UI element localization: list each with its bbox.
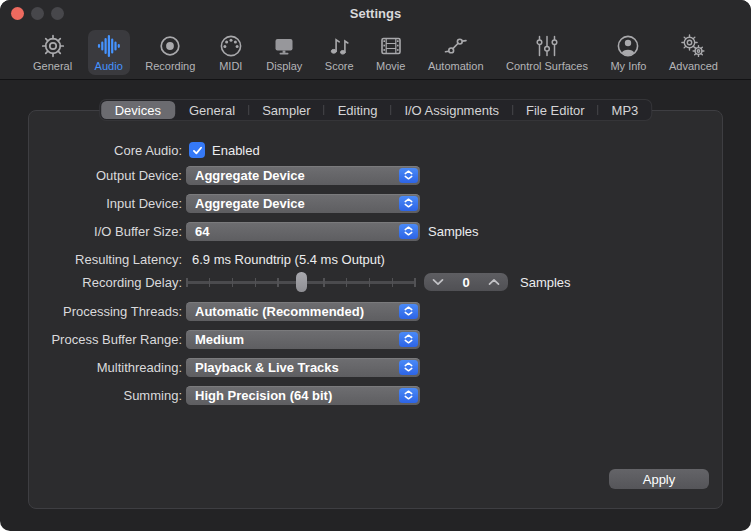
toolbar-item-label: Audio <box>95 60 123 72</box>
toolbar-item-audio[interactable]: Audio <box>88 30 130 75</box>
settings-window: Settings General Audio Record <box>0 0 751 531</box>
tab-file-editor[interactable]: File Editor <box>513 100 598 120</box>
core-audio-row: Core Audio: Enabled <box>0 140 751 160</box>
process-buffer-range-popup[interactable]: Medium <box>186 330 420 349</box>
midi-connector-icon <box>218 33 244 59</box>
person-circle-icon <box>615 33 641 59</box>
checkmark-icon <box>191 144 204 157</box>
core-audio-label: Core Audio: <box>0 143 182 158</box>
slider-thumb[interactable] <box>296 272 307 292</box>
resulting-latency-row: Resulting Latency: 6.9 ms Roundtrip (5.4… <box>0 249 751 269</box>
tab-devices[interactable]: Devices <box>101 101 175 119</box>
titlebar: Settings <box>0 0 751 26</box>
popup-chevrons-icon <box>399 332 418 347</box>
toolbar-item-my-info[interactable]: My Info <box>603 30 653 75</box>
processing-threads-row: Processing Threads: Automatic (Recommend… <box>0 301 751 321</box>
summing-label: Summing: <box>0 388 182 403</box>
automation-nodes-icon <box>443 33 469 59</box>
display-icon <box>271 33 297 59</box>
popup-chevrons-icon <box>399 304 418 319</box>
gears-icon <box>680 33 706 59</box>
recording-delay-row: Recording Delay: 0 Samples <box>0 272 751 292</box>
window-title: Settings <box>0 6 751 21</box>
toolbar-item-label: General <box>33 60 72 72</box>
popup-chevrons-icon <box>399 196 418 211</box>
toolbar-item-label: My Info <box>610 60 646 72</box>
core-audio-checkbox-label: Enabled <box>212 143 260 158</box>
toolbar-item-label: Advanced <box>669 60 718 72</box>
io-buffer-size-row: I/O Buffer Size: 64 Samples <box>0 221 751 241</box>
toolbar-item-label: MIDI <box>219 60 242 72</box>
record-icon <box>157 33 183 59</box>
multithreading-label: Multithreading: <box>0 360 182 375</box>
tab-general[interactable]: General <box>176 100 248 120</box>
audio-waveform-icon <box>96 33 122 59</box>
tab-sampler[interactable]: Sampler <box>249 100 323 120</box>
toolbar-item-display[interactable]: Display <box>259 30 309 75</box>
resulting-latency-value: 6.9 ms Roundtrip (5.4 ms Output) <box>192 252 385 267</box>
toolbar-item-midi[interactable]: MIDI <box>211 30 251 75</box>
tab-io-assignments[interactable]: I/O Assignments <box>391 100 512 120</box>
tab-editing[interactable]: Editing <box>325 100 391 120</box>
summing-popup[interactable]: High Precision (64 bit) <box>186 386 420 405</box>
toolbar-item-label: Recording <box>145 60 195 72</box>
recording-delay-suffix: Samples <box>520 275 571 290</box>
input-device-row: Input Device: Aggregate Device <box>0 193 751 213</box>
toolbar: General Audio Recording <box>0 27 751 78</box>
popup-chevrons-icon <box>399 388 418 403</box>
resulting-latency-label: Resulting Latency: <box>0 252 182 267</box>
popup-chevrons-icon <box>399 360 418 375</box>
settings-tab-bar: Devices General Sampler Editing I/O Assi… <box>99 99 653 121</box>
io-buffer-size-popup[interactable]: 64 <box>186 222 420 241</box>
recording-delay-label: Recording Delay: <box>0 275 182 290</box>
toolbar-item-general[interactable]: General <box>26 30 79 75</box>
processing-threads-label: Processing Threads: <box>0 304 182 319</box>
tab-mp3[interactable]: MP3 <box>599 100 652 120</box>
process-buffer-range-row: Process Buffer Range: Medium <box>0 329 751 349</box>
stepper-increment-icon[interactable] <box>488 278 500 286</box>
output-device-row: Output Device: Aggregate Device <box>0 165 751 185</box>
toolbar-item-movie[interactable]: Movie <box>369 30 412 75</box>
process-buffer-range-label: Process Buffer Range: <box>0 332 182 347</box>
gear-icon <box>40 33 66 59</box>
toolbar-item-label: Automation <box>428 60 484 72</box>
output-device-popup[interactable]: Aggregate Device <box>186 166 420 185</box>
apply-button[interactable]: Apply <box>609 469 709 489</box>
toolbar-item-label: Movie <box>376 60 405 72</box>
multithreading-row: Multithreading: Playback & Live Tracks <box>0 357 751 377</box>
summing-row: Summing: High Precision (64 bit) <box>0 385 751 405</box>
toolbar-item-score[interactable]: Score <box>318 30 361 75</box>
multithreading-popup[interactable]: Playback & Live Tracks <box>186 358 420 377</box>
window-header: Settings General Audio Record <box>0 0 751 80</box>
processing-threads-popup[interactable]: Automatic (Recommended) <box>186 302 420 321</box>
popup-chevrons-icon <box>399 224 418 239</box>
core-audio-checkbox[interactable] <box>189 142 205 158</box>
toolbar-item-label: Score <box>325 60 354 72</box>
toolbar-item-recording[interactable]: Recording <box>138 30 202 75</box>
music-notes-icon <box>326 33 352 59</box>
recording-delay-slider[interactable] <box>186 272 416 292</box>
toolbar-item-advanced[interactable]: Advanced <box>662 30 725 75</box>
toolbar-item-control-surfaces[interactable]: Control Surfaces <box>499 30 595 75</box>
stepper-decrement-icon[interactable] <box>432 278 444 286</box>
mixer-sliders-icon <box>534 33 560 59</box>
input-device-popup[interactable]: Aggregate Device <box>186 194 420 213</box>
film-icon <box>378 33 404 59</box>
output-device-label: Output Device: <box>0 168 182 183</box>
io-buffer-size-label: I/O Buffer Size: <box>0 224 182 239</box>
recording-delay-value: 0 <box>462 275 469 290</box>
toolbar-item-label: Control Surfaces <box>506 60 588 72</box>
toolbar-item-label: Display <box>266 60 302 72</box>
io-buffer-size-suffix: Samples <box>428 224 479 239</box>
popup-chevrons-icon <box>399 168 418 183</box>
recording-delay-stepper[interactable]: 0 <box>424 273 508 291</box>
input-device-label: Input Device: <box>0 196 182 211</box>
toolbar-item-automation[interactable]: Automation <box>421 30 491 75</box>
